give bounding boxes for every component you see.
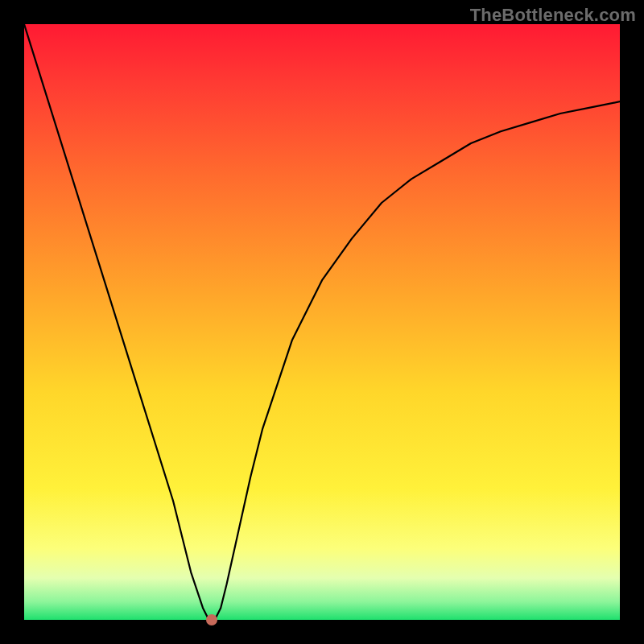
optimal-point-marker <box>206 614 217 625</box>
plot-area <box>24 24 620 620</box>
bottleneck-curve <box>24 24 620 620</box>
chart-frame: TheBottleneck.com <box>0 0 644 644</box>
watermark-text: TheBottleneck.com <box>470 5 636 26</box>
